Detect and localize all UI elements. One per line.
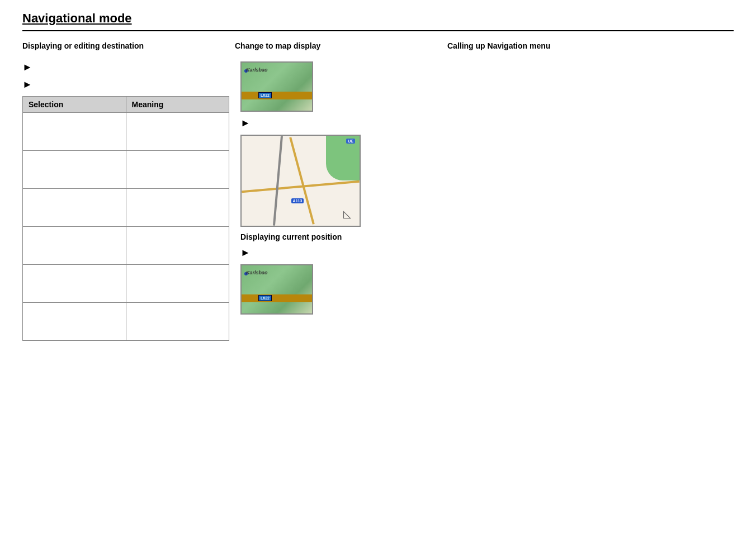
- ue-badge: UE: [346, 139, 355, 144]
- arrow-1: ►: [22, 61, 235, 73]
- karlsbad-label: Karlsbao: [246, 67, 268, 73]
- displaying-current-position-label: Displaying current position: [240, 232, 447, 241]
- arrow-3: ►: [240, 117, 447, 129]
- table-row: [23, 227, 229, 265]
- map-road-2: [242, 180, 360, 192]
- karlsbad-map-bottom: Karlsbao L622: [240, 264, 313, 315]
- table-col1-header: Selection: [23, 97, 126, 113]
- table-cell-selection: [23, 227, 126, 265]
- street-map: A113 UE ◺: [240, 135, 361, 227]
- karlsbad-label-2: Karlsbao: [246, 270, 268, 275]
- col1-header: Displaying or editing destination: [22, 41, 235, 50]
- a113-badge: A113: [291, 198, 304, 203]
- table-row: [23, 113, 229, 151]
- page-title: Navigational mode: [22, 11, 734, 31]
- left-column: ► ► Selection Meaning: [22, 56, 235, 341]
- table-cell-selection: [23, 189, 126, 227]
- table-cell-meaning: [126, 151, 229, 189]
- col3-header: Calling up Navigation menu: [447, 41, 734, 50]
- table-cell-selection: [23, 151, 126, 189]
- table-cell-meaning: [126, 227, 229, 265]
- road-badge: L622: [258, 92, 272, 98]
- table-cell-selection: [23, 265, 126, 303]
- table-row: [23, 265, 229, 303]
- map-road-1: [289, 137, 315, 225]
- map-direction-arrow: ◺: [343, 208, 351, 220]
- col2-header: Change to map display: [235, 41, 447, 50]
- table-cell-meaning: [126, 113, 229, 151]
- map-road-2: [242, 294, 312, 302]
- map-road: [242, 92, 312, 99]
- arrow-4: ►: [240, 247, 447, 259]
- table-col2-header: Meaning: [126, 97, 229, 113]
- selection-table: Selection Meaning: [22, 96, 229, 341]
- table-row: [23, 151, 229, 189]
- table-row: [23, 303, 229, 341]
- table-cell-selection: [23, 113, 126, 151]
- table-row: [23, 189, 229, 227]
- middle-column: Karlsbao L622 ► A113 UE ◺: [235, 56, 447, 341]
- right-column: [447, 56, 734, 341]
- map-road-3: [273, 136, 283, 226]
- table-cell-selection: [23, 303, 126, 341]
- karlsbad-map-top: Karlsbao L622: [240, 61, 313, 112]
- table-cell-meaning: [126, 189, 229, 227]
- table-cell-meaning: [126, 265, 229, 303]
- road-badge-2: L622: [258, 295, 272, 301]
- arrow-2: ►: [22, 79, 235, 91]
- table-cell-meaning: [126, 303, 229, 341]
